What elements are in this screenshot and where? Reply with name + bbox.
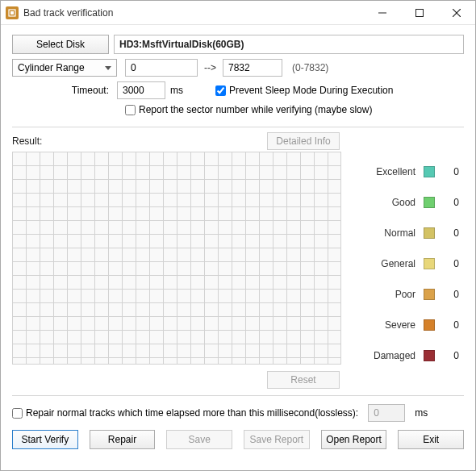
range-from-input[interactable]: 0 [125,59,198,77]
legend: Excellent0Good0Normal0General0Poor0Sever… [341,152,464,365]
legend-row-severe: Severe0 [359,319,459,331]
chevron-down-icon [105,66,111,70]
window-title: Bad track verification [23,7,364,19]
legend-label: Excellent [359,166,415,177]
legend-row-good: Good0 [359,197,459,208]
legend-value: 0 [443,197,459,208]
range-hint: (0-7832) [292,62,328,73]
repair-normal-checkbox[interactable]: Repair normal tracks which time elapsed … [12,407,358,419]
legend-label: Severe [359,319,415,331]
legend-label: General [359,258,415,269]
legend-swatch [424,350,435,361]
legend-value: 0 [443,258,459,269]
legend-value: 0 [443,166,459,177]
legend-value: 0 [443,319,459,331]
app-icon [6,6,19,19]
start-verify-button[interactable]: Start Verify [12,430,78,449]
legend-swatch [424,197,435,208]
svg-rect-1 [10,11,14,15]
legend-swatch [424,258,435,269]
legend-value: 0 [443,289,459,300]
verification-grid [12,152,341,365]
repair-ms-unit: ms [415,407,428,419]
result-label: Result: [12,135,42,147]
close-button[interactable] [438,1,475,24]
cylinder-range-dropdown[interactable]: Cylinder Range [12,59,117,77]
legend-label: Poor [359,289,415,300]
legend-row-excellent: Excellent0 [359,166,459,177]
legend-swatch [424,227,435,239]
repair-ms-input: 0 [368,404,405,422]
prevent-sleep-input[interactable] [215,85,226,96]
repair-normal-label: Repair normal tracks which time elapsed … [26,407,358,419]
prevent-sleep-label: Prevent Sleep Mode During Execution [229,85,393,96]
legend-label: Good [359,197,415,208]
divider [12,127,464,127]
select-disk-button[interactable]: Select Disk [12,35,109,54]
maximize-icon [415,9,424,17]
legend-row-general: General0 [359,258,459,269]
report-sector-input[interactable] [125,105,136,115]
legend-row-poor: Poor0 [359,289,459,300]
titlebar: Bad track verification [1,1,475,25]
minimize-button[interactable] [364,1,401,24]
reset-button[interactable]: Reset [267,371,340,389]
legend-value: 0 [443,227,459,239]
legend-label: Damaged [359,350,415,361]
disk-name-display: HD3:MsftVirtualDisk(60GB) [114,35,464,54]
save-button[interactable]: Save [166,430,232,449]
repair-normal-input[interactable] [12,408,23,419]
open-report-button[interactable]: Open Report [321,430,387,449]
exit-button[interactable]: Exit [398,430,464,449]
close-icon [453,9,461,17]
legend-value: 0 [443,350,459,361]
cylinder-range-label: Cylinder Range [18,62,85,73]
bad-track-verification-window: Bad track verification Select Disk HD3:M… [0,0,476,471]
detailed-info-button[interactable]: Detailed Info [267,132,340,150]
timeout-input[interactable]: 3000 [117,81,165,99]
report-sector-label: Report the sector number while verifying… [139,104,372,115]
legend-swatch [424,166,435,177]
range-to-input[interactable]: 7832 [223,59,282,77]
minimize-icon [378,9,386,17]
timeout-label: Timeout: [12,85,117,96]
range-arrow: --> [204,62,216,73]
legend-label: Normal [359,227,415,239]
save-report-button[interactable]: Save Report [244,430,310,449]
report-sector-checkbox[interactable]: Report the sector number while verifying… [125,104,372,115]
prevent-sleep-checkbox[interactable]: Prevent Sleep Mode During Execution [215,85,393,96]
legend-swatch [424,289,435,300]
svg-rect-3 [416,9,424,16]
maximize-button[interactable] [401,1,438,24]
repair-button[interactable]: Repair [90,430,156,449]
legend-swatch [424,319,435,331]
timeout-unit: ms [170,85,183,96]
divider-2 [12,395,464,396]
legend-row-damaged: Damaged0 [359,350,459,361]
legend-row-normal: Normal0 [359,227,459,239]
